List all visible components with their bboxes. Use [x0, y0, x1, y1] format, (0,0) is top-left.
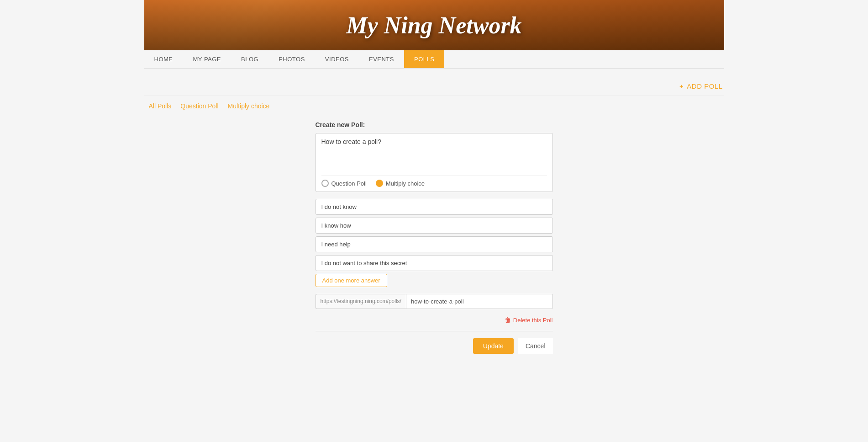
trash-icon: 🗑: [505, 316, 511, 324]
url-prefix: https://testingning.ning.com/polls/: [316, 294, 406, 309]
tab-all-polls[interactable]: All Polls: [149, 102, 172, 110]
nav-photos[interactable]: PHOTOS: [268, 50, 315, 68]
plus-icon: +: [679, 82, 684, 90]
add-poll-button[interactable]: + ADD POLL: [679, 83, 724, 90]
poll-type-row: Question Poll Multiply choice: [321, 176, 547, 187]
add-poll-row: + ADD POLL: [144, 78, 724, 96]
url-slug-input[interactable]: [406, 294, 553, 309]
main-content: + ADD POLL All Polls Question Poll Multi…: [144, 69, 724, 363]
delete-poll-button[interactable]: 🗑 Delete this Poll: [505, 316, 553, 324]
update-button[interactable]: Update: [473, 338, 514, 354]
tab-multiply-choice[interactable]: Multiply choice: [228, 102, 270, 110]
answer-input-1[interactable]: [316, 199, 553, 215]
multiply-choice-option[interactable]: Multiply choice: [376, 180, 425, 187]
site-title: My Ning Network: [346, 12, 521, 39]
form-divider: [316, 331, 553, 331]
header-banner: My Ning Network: [144, 0, 724, 50]
poll-question-input[interactable]: [321, 138, 547, 170]
answer-input-3[interactable]: [316, 236, 553, 252]
nav-blog[interactable]: BLOG: [231, 50, 268, 68]
nav-polls[interactable]: POLLS: [404, 50, 444, 68]
url-row: https://testingning.ning.com/polls/: [316, 294, 553, 309]
add-poll-label: ADD POLL: [687, 82, 722, 90]
nav-home[interactable]: HOME: [144, 50, 183, 68]
answer-input-2[interactable]: [316, 218, 553, 234]
tab-question-poll[interactable]: Question Poll: [180, 102, 218, 110]
add-answer-button[interactable]: Add one more answer: [316, 274, 387, 287]
answer-input-4[interactable]: [316, 255, 553, 271]
multiply-choice-radio[interactable]: [376, 180, 383, 187]
cancel-button[interactable]: Cancel: [518, 338, 553, 354]
poll-question-box: Question Poll Multiply choice: [316, 133, 553, 192]
question-poll-option[interactable]: Question Poll: [321, 180, 367, 187]
nav-events[interactable]: EVENTS: [359, 50, 404, 68]
navigation: HOME MY PAGE BLOG PHOTOS VIDEOS EVENTS P…: [144, 50, 724, 69]
delete-label: Delete this Poll: [513, 317, 553, 324]
poll-form: Create new Poll: Question Poll Multiply …: [316, 121, 553, 354]
form-title: Create new Poll:: [316, 121, 553, 128]
filter-tabs: All Polls Question Poll Multiply choice: [144, 102, 724, 110]
question-poll-label: Question Poll: [331, 180, 367, 187]
nav-mypage[interactable]: MY PAGE: [183, 50, 231, 68]
multiply-choice-label: Multiply choice: [386, 180, 425, 187]
nav-videos[interactable]: VIDEOS: [315, 50, 359, 68]
delete-row: 🗑 Delete this Poll: [316, 316, 553, 324]
question-poll-radio[interactable]: [321, 180, 329, 187]
action-row: Update Cancel: [316, 338, 553, 354]
